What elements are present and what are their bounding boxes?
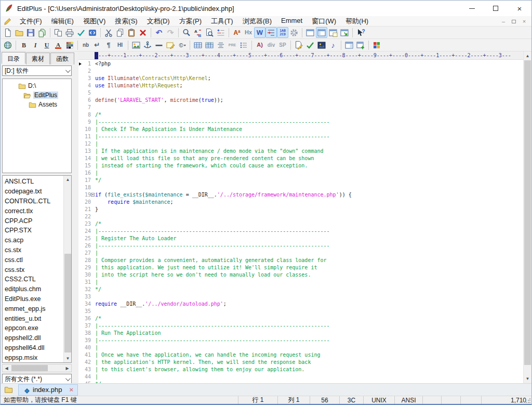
scroll-up-icon[interactable]: ▲ bbox=[64, 176, 72, 184]
file-item-eppshell2.dll[interactable]: eppshell2.dll bbox=[5, 333, 63, 343]
menu-item-emmet[interactable]: Emmet bbox=[276, 16, 307, 27]
menu-item-浏览器b[interactable]: 浏览器(B) bbox=[238, 16, 276, 27]
file-item-cpp.stx[interactable]: CPP.STX bbox=[5, 226, 63, 236]
file-list-hscrollbar[interactable]: ◀ ▶ bbox=[2, 364, 72, 372]
hex-view-button[interactable]: Hx bbox=[243, 27, 254, 38]
panel-tab-目录[interactable]: 目录 bbox=[2, 52, 25, 64]
spell-check-button[interactable] bbox=[75, 27, 87, 38]
paragraph-button[interactable]: ¶ bbox=[103, 40, 114, 50]
window-new-doc-button[interactable] bbox=[355, 40, 366, 50]
file-item-css2.ctl[interactable]: CSS2.CTL bbox=[5, 275, 63, 284]
center-text-button[interactable] bbox=[215, 40, 227, 50]
window-browser-button[interactable] bbox=[339, 27, 350, 38]
file-item-cpp.acp[interactable]: CPP.ACP bbox=[5, 216, 63, 226]
context-help-button[interactable]: ? bbox=[355, 27, 366, 38]
tab-close-icon[interactable]: × bbox=[69, 386, 73, 393]
file-item-css.stx[interactable]: css.stx bbox=[5, 265, 63, 275]
menu-item-窗口w[interactable]: 窗口(W) bbox=[307, 16, 341, 27]
menu-item-搜索s[interactable]: 搜索(S) bbox=[110, 16, 142, 27]
save-all-button[interactable] bbox=[36, 27, 48, 38]
directory-window-toggle[interactable] bbox=[1, 384, 16, 396]
file-item-cs.acp[interactable]: cs.acp bbox=[5, 236, 63, 245]
scroll-down-icon[interactable]: ▼ bbox=[524, 375, 531, 383]
insert-audio-button[interactable]: ♪ bbox=[327, 40, 339, 50]
file-item-codepage.txt[interactable]: codepage.txt bbox=[5, 187, 63, 197]
file-item-eppcon.exe[interactable]: eppcon.exe bbox=[5, 323, 63, 333]
word-wrap-button[interactable]: W bbox=[254, 27, 265, 38]
window-output-button[interactable] bbox=[327, 27, 339, 38]
maximize-button[interactable] bbox=[484, 1, 508, 16]
font-tag-button[interactable]: A) bbox=[254, 40, 265, 50]
file-filter-selector[interactable]: 所有文件 (*.*) bbox=[2, 374, 72, 384]
open-file-button[interactable] bbox=[14, 27, 25, 38]
horizontal-rule-button[interactable] bbox=[153, 40, 165, 50]
italic-button[interactable]: I bbox=[30, 40, 41, 50]
change-case-button[interactable]: Aª bbox=[231, 27, 243, 38]
file-item-correct.tlx[interactable]: correct.tlx bbox=[5, 206, 63, 216]
anchor-button[interactable] bbox=[142, 40, 153, 50]
window-split-view-button[interactable] bbox=[343, 40, 355, 50]
preformatted-button[interactable]: PRE bbox=[227, 40, 238, 50]
menu-item-文件f[interactable]: 文件(F) bbox=[15, 16, 47, 27]
paste-button[interactable] bbox=[126, 27, 137, 38]
heading-button[interactable]: HI bbox=[114, 40, 126, 50]
mdi-minimize-button[interactable]: ‒ bbox=[498, 18, 509, 24]
mdi-close-button[interactable]: × bbox=[519, 18, 529, 24]
delete-button[interactable] bbox=[137, 27, 149, 38]
menu-item-工具t[interactable]: 工具(T) bbox=[206, 16, 238, 27]
file-item-css.ctl[interactable]: css.ctl bbox=[5, 255, 63, 265]
scroll-up-icon[interactable]: ▲ bbox=[524, 52, 531, 60]
window-editor-button[interactable] bbox=[304, 27, 316, 38]
browser-preview-button[interactable] bbox=[2, 40, 14, 50]
syntax-check-button[interactable] bbox=[304, 40, 316, 50]
auto-indent-button[interactable] bbox=[265, 27, 277, 38]
file-item-entities_u.txt[interactable]: entities_u.txt bbox=[5, 313, 63, 323]
close-button[interactable]: × bbox=[508, 1, 531, 16]
menu-item-帮助h[interactable]: 帮助(H) bbox=[341, 16, 373, 27]
code-area[interactable]: 1<?php23use Illuminate\Contracts\Http\Ke… bbox=[78, 60, 523, 383]
file-item-editplus.exe[interactable]: EditPlus.exe bbox=[5, 294, 63, 304]
save-button[interactable] bbox=[25, 27, 36, 38]
menu-item-视图v[interactable]: 视图(V) bbox=[78, 16, 110, 27]
panel-tab-素材[interactable]: 素材 bbox=[26, 53, 50, 64]
underline-button[interactable]: U bbox=[41, 40, 52, 50]
line-numbers-button[interactable]: 1AB2CD bbox=[277, 27, 288, 38]
undo-button[interactable]: ↶ bbox=[153, 27, 165, 38]
window-sidebar-button[interactable] bbox=[316, 27, 327, 38]
editor-scrollbar[interactable]: ▲ ▼ bbox=[523, 51, 531, 383]
table-cell-button[interactable] bbox=[204, 40, 215, 50]
print-preview-button[interactable] bbox=[52, 27, 64, 38]
menu-item-编辑e[interactable]: 编辑(E) bbox=[47, 16, 78, 27]
font-color-button[interactable]: A bbox=[52, 40, 64, 50]
menu-item-文档d[interactable]: 文档(D) bbox=[142, 16, 175, 27]
menu-item-方案p[interactable]: 方案(P) bbox=[175, 16, 206, 27]
panel-tab-函数[interactable]: 函数 bbox=[50, 53, 74, 64]
insert-list-button[interactable] bbox=[238, 40, 249, 50]
fold-collapse-icon[interactable] bbox=[91, 191, 95, 199]
file-item-eppshell64.dll[interactable]: eppshell64.dll bbox=[5, 343, 63, 353]
find-button[interactable] bbox=[181, 27, 192, 38]
insert-textarea-button[interactable] bbox=[165, 40, 176, 50]
nbsp-button[interactable]: nb bbox=[80, 40, 91, 50]
app-colors-button[interactable] bbox=[371, 40, 382, 50]
color-picker-button[interactable] bbox=[64, 40, 75, 50]
replace-button[interactable]: AB bbox=[192, 27, 204, 38]
editor-pane[interactable]: ----+----1----+----2----+----3----+----4… bbox=[78, 51, 531, 383]
line-break-button[interactable]: ↵ bbox=[91, 40, 103, 50]
drive-selector[interactable]: [D:] 软件 bbox=[2, 66, 72, 76]
toggle-bookmark-button[interactable] bbox=[215, 27, 227, 38]
resize-grip[interactable] bbox=[525, 398, 530, 403]
tree-item-d[interactable]: D:\ bbox=[3, 81, 71, 90]
edit-script-button[interactable] bbox=[293, 40, 304, 50]
mdi-restore-button[interactable] bbox=[509, 20, 519, 23]
file-list-scrollbar[interactable]: ▲ ▼ bbox=[63, 176, 71, 362]
print-button[interactable] bbox=[64, 27, 75, 38]
find-in-files-button[interactable] bbox=[204, 27, 215, 38]
scroll-down-icon[interactable]: ▼ bbox=[64, 355, 72, 362]
file-item-cs.stx[interactable]: cs.stx bbox=[5, 245, 63, 255]
bold-button[interactable]: B bbox=[18, 40, 30, 50]
cut-button[interactable] bbox=[103, 27, 114, 38]
span-tag-button[interactable]: SP bbox=[277, 40, 288, 50]
file-item-eppsp.msix[interactable]: eppsp.msix bbox=[5, 352, 63, 362]
file-item-editplus.chm[interactable]: editplus.chm bbox=[5, 284, 63, 294]
